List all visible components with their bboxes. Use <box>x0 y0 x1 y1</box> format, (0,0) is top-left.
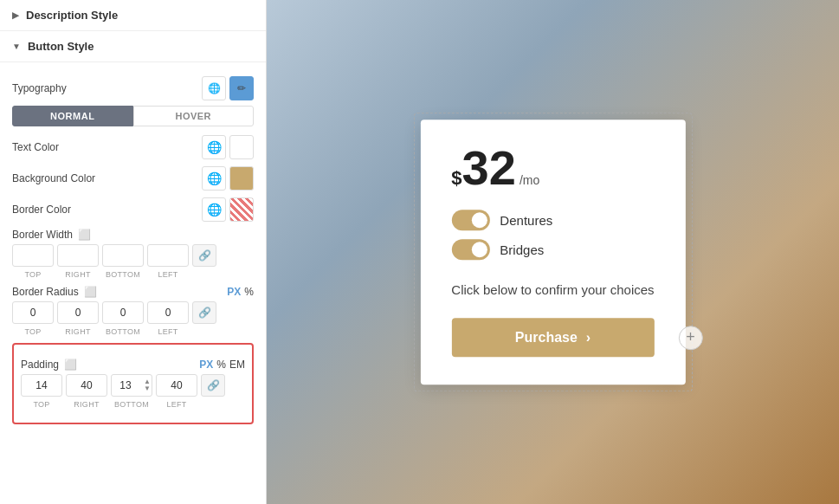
typography-row: Typography 🌐 ✏ <box>12 76 254 100</box>
border-radius-sublabels: TOP RIGHT BOTTOM LEFT <box>12 327 254 336</box>
dollar-sign: $ <box>451 167 461 190</box>
bw-bottom-label: BOTTOM <box>102 270 144 279</box>
border-width-bottom[interactable] <box>102 244 144 267</box>
border-color-label: Border Color <box>12 204 71 216</box>
p-spacer <box>201 400 225 409</box>
plus-button[interactable]: + <box>679 326 703 350</box>
price-number: 32 <box>462 144 516 192</box>
dentures-label: Dentures <box>500 213 552 228</box>
p-top-label: TOP <box>21 400 62 409</box>
text-color-globe-btn[interactable]: 🌐 <box>202 135 226 159</box>
border-color-swatch[interactable] <box>229 197 254 222</box>
padding-pct-unit[interactable]: % <box>216 359 226 371</box>
padding-monitor-icon: ⬜ <box>64 359 77 371</box>
br-bottom-label: BOTTOM <box>102 327 144 336</box>
padding-inputs: ▲ ▼ 🔗 <box>21 374 245 397</box>
purchase-button[interactable]: Purchase › <box>451 318 654 357</box>
padding-left[interactable] <box>156 374 197 397</box>
bw-right-label: RIGHT <box>57 270 99 279</box>
padding-px-unit[interactable]: PX <box>199 359 213 371</box>
p-left-label: LEFT <box>156 400 197 409</box>
dentures-toggle[interactable] <box>451 210 489 230</box>
border-radius-units: PX % <box>227 286 254 298</box>
border-width-title-row: Border Width ⬜ <box>12 229 254 241</box>
button-style-arrow: ▼ <box>12 42 21 51</box>
state-tabs: NORMAL HOVER <box>12 106 254 126</box>
br-left-label: LEFT <box>147 327 189 336</box>
description-style-label: Description Style <box>26 9 118 22</box>
bw-spacer <box>192 270 216 279</box>
border-radius-pct-unit[interactable]: % <box>244 286 254 298</box>
border-radius-right[interactable] <box>57 301 99 324</box>
globe-icon: 🌐 <box>208 82 221 94</box>
padding-units: PX % EM <box>199 359 245 371</box>
edit-icon: ✏ <box>237 82 246 94</box>
border-width-monitor-icon: ⬜ <box>78 229 91 241</box>
padding-bottom-down[interactable]: ▼ <box>144 385 151 392</box>
bg-color-label: Background Color <box>12 172 95 184</box>
padding-bottom-wrap: ▲ ▼ <box>111 374 152 397</box>
typography-label: Typography <box>12 82 67 94</box>
bg-color-globe-btn[interactable]: 🌐 <box>202 166 226 191</box>
bridges-toggle[interactable] <box>451 239 489 260</box>
border-width-label: Border Width ⬜ <box>12 229 91 241</box>
p-right-label: RIGHT <box>66 400 107 409</box>
padding-link-btn[interactable]: 🔗 <box>201 374 225 397</box>
border-width-right[interactable] <box>57 244 99 267</box>
per-month: /mo <box>520 173 539 192</box>
typography-globe-btn[interactable]: 🌐 <box>202 76 226 100</box>
border-radius-label: Border Radius ⬜ <box>12 286 97 298</box>
border-radius-top[interactable] <box>12 301 54 324</box>
border-color-swatches: 🌐 <box>202 197 254 222</box>
border-width-top[interactable] <box>12 244 54 267</box>
bg-color-row: Background Color 🌐 <box>12 166 254 191</box>
text-color-swatches: 🌐 <box>202 135 254 159</box>
border-width-left[interactable] <box>147 244 189 267</box>
p-bottom-label: BOTTOM <box>111 400 152 409</box>
description-style-header[interactable]: ▶ Description Style <box>0 0 266 31</box>
br-right-label: RIGHT <box>57 327 99 336</box>
padding-label: Padding ⬜ <box>21 359 77 371</box>
padding-section: Padding ⬜ PX % EM ▲ ▼ <box>12 343 254 424</box>
dentures-row: Dentures <box>451 210 654 230</box>
border-radius-title-row: Border Radius ⬜ PX % <box>12 286 254 298</box>
text-color-swatch[interactable] <box>229 135 254 159</box>
br-spacer <box>192 327 216 336</box>
bridges-row: Bridges <box>451 239 654 260</box>
bw-top-label: TOP <box>12 270 54 279</box>
padding-top[interactable] <box>21 374 62 397</box>
border-radius-left[interactable] <box>147 301 189 324</box>
bridges-label: Bridges <box>500 242 544 257</box>
tab-normal[interactable]: NORMAL <box>12 106 133 126</box>
border-radius-bottom[interactable] <box>102 301 144 324</box>
typography-icons: 🌐 ✏ <box>202 76 254 100</box>
button-style-label: Button Style <box>28 40 94 53</box>
bg-color-swatches: 🌐 <box>202 166 254 191</box>
border-width-sublabels: TOP RIGHT BOTTOM LEFT <box>12 270 254 279</box>
price-row: $ 32 /mo <box>451 144 654 192</box>
text-color-row: Text Color 🌐 <box>12 135 254 159</box>
bg-color-swatch[interactable] <box>229 166 254 191</box>
padding-sublabels: TOP RIGHT BOTTOM LEFT <box>21 400 245 409</box>
description-style-arrow: ▶ <box>12 10 19 20</box>
border-color-globe-btn[interactable]: 🌐 <box>202 197 226 222</box>
tab-hover[interactable]: HOVER <box>133 106 255 126</box>
text-color-label: Text Color <box>12 141 59 153</box>
purchase-chevron-icon: › <box>586 330 591 346</box>
card-container: $ 32 /mo Dentures Bridges Click below to… <box>420 120 685 384</box>
padding-em-unit[interactable]: EM <box>229 359 245 371</box>
border-width-link-btn[interactable]: 🔗 <box>192 244 216 267</box>
left-panel: ▶ Description Style ▼ Button Style Typog… <box>0 0 267 504</box>
border-radius-monitor-icon: ⬜ <box>84 286 97 298</box>
border-radius-link-btn[interactable]: 🔗 <box>192 301 216 324</box>
button-style-body: Typography 🌐 ✏ NORMAL HOVER Text Color 🌐 <box>0 62 266 435</box>
right-panel: $ 32 /mo Dentures Bridges Click below to… <box>267 0 839 504</box>
border-color-row: Border Color 🌐 <box>12 197 254 222</box>
padding-title-row: Padding ⬜ PX % EM <box>21 359 245 371</box>
pricing-card: $ 32 /mo Dentures Bridges Click below to… <box>420 120 685 384</box>
confirm-text: Click below to confirm your choices <box>451 281 654 300</box>
border-radius-px-unit[interactable]: PX <box>227 286 241 298</box>
typography-edit-btn[interactable]: ✏ <box>229 76 254 100</box>
padding-right[interactable] <box>66 374 107 397</box>
button-style-header[interactable]: ▼ Button Style <box>0 31 266 62</box>
